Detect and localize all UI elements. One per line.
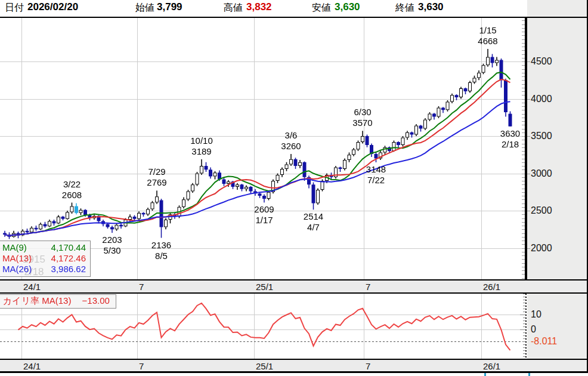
bottom-marker-left (484, 373, 486, 376)
chart-annotation: 6/303570 (342, 107, 383, 128)
ma9-label: MA(9) (2, 242, 27, 253)
ma13-label: MA(13) (2, 253, 32, 264)
deviation-value: −13.00 (82, 295, 110, 306)
time-axis-label: 25/1 (256, 361, 273, 371)
high-value: 3,832 (246, 1, 272, 13)
annotation-date: 7/22 (355, 175, 397, 186)
annotation-value: 3148 (355, 164, 397, 175)
price-axis-tick (527, 174, 530, 174)
annotation-date: 1/15 (467, 25, 509, 36)
time-axis-label: 7 (366, 361, 370, 371)
annotation-date: 4/7 (293, 222, 335, 233)
annotation-value: 3570 (342, 118, 383, 128)
deviation-axis-label: 0 (531, 323, 584, 335)
close-label: 終値 (395, 2, 414, 14)
annotation-date: 5/30 (91, 245, 133, 256)
ma26-label: MA(26) (2, 264, 32, 275)
high-label: 高値 (224, 2, 243, 14)
ma26-legend-row: MA(26) 3,986.62 (2, 264, 86, 275)
time-axis-band-lower: 24/1725/1726/1 (0, 359, 588, 373)
price-axis-label: 4500 (531, 56, 584, 67)
deviation-current-level-label: -8.011 (531, 335, 584, 347)
chart-annotation: 31487/22 (355, 164, 397, 186)
chart-annotation: 21368/5 (141, 240, 182, 261)
chart-annotation: 26091/17 (243, 204, 285, 226)
time-axis-label: 24/1 (23, 361, 41, 371)
chart-annotation: 25144/7 (293, 211, 335, 233)
deviation-axis-label: 10 (531, 309, 584, 320)
time-axis-band-upper: 24/1725/1726/1 (0, 279, 588, 294)
time-axis-label: 7 (139, 361, 144, 371)
annotation-value: 2609 (243, 204, 285, 215)
time-axis-label: 7 (366, 282, 370, 292)
annotation-date: 3/22 (51, 179, 93, 190)
chart-annotation: 10/103189 (181, 135, 222, 157)
low-value: 3,630 (335, 1, 360, 13)
price-axis-tick (527, 248, 530, 249)
annotation-value: 2203 (91, 235, 133, 245)
annotation-date: 10/10 (181, 135, 222, 146)
bottom-marker-right (528, 373, 530, 376)
annotation-value: 2608 (51, 190, 93, 201)
price-axis-tick (527, 99, 530, 100)
price-axis-label: 4000 (531, 93, 584, 105)
price-axis-label: 3000 (531, 168, 584, 180)
price-axis-tick (527, 61, 530, 62)
deviation-label: カイリ率 MA(13) (3, 295, 71, 306)
annotation-date: 6/30 (342, 107, 383, 118)
annotation-value: 3260 (270, 141, 312, 152)
price-axis-label: 2500 (531, 205, 584, 217)
time-axis-label: 25/1 (256, 282, 273, 292)
deviation-legend-box: カイリ率 MA(13) −13.00 (0, 294, 116, 309)
ma9-value: 4,170.44 (51, 242, 86, 253)
annotation-value: 3189 (181, 146, 222, 157)
ma26-value: 3,986.62 (51, 264, 86, 275)
annotation-value: 2514 (293, 211, 335, 222)
open-label: 始値 (135, 2, 154, 14)
annotation-value: 2136 (141, 240, 182, 251)
annotation-value: 3630 (490, 128, 531, 139)
annotation-date: 2/18 (490, 139, 531, 150)
date-label: 日付 (5, 2, 24, 14)
annotation-value: 2769 (136, 177, 178, 188)
ma13-legend-row: MA(13) 4,172.46 (2, 253, 86, 264)
ma13-value: 4,172.46 (51, 253, 86, 264)
time-axis-label: 26/1 (483, 282, 500, 292)
chart-annotation: 36302/18 (490, 128, 531, 150)
stock-chart-app: 日付 2026/02/20 始値 3,799 高値 3,832 安値 3,630… (0, 0, 588, 376)
chart-annotation: 3/63260 (270, 130, 312, 152)
quote-header: 日付 2026/02/20 始値 3,799 高値 3,832 安値 3,630… (0, 0, 588, 18)
annotation-value: 4668 (467, 36, 509, 47)
open-value: 3,799 (157, 1, 182, 13)
price-axis-tick (527, 211, 530, 211)
annotation-date: 1/17 (243, 215, 285, 226)
price-axis-label: 3500 (531, 130, 584, 142)
ma9-legend-row: MA(9) 4,170.44 (2, 242, 86, 253)
chart-annotation: 7/292769 (136, 167, 178, 188)
chart-annotation: 1/154668 (467, 25, 509, 47)
ma-legend-box: MA(9) 4,170.44 MA(13) 4,172.46 MA(26) 3,… (0, 241, 91, 277)
time-axis-label: 26/1 (483, 361, 500, 371)
annotation-date: 8/5 (141, 251, 182, 261)
annotation-date: 7/29 (136, 167, 178, 177)
chart-annotation: 22035/30 (91, 235, 133, 256)
close-value: 3,630 (418, 1, 444, 13)
time-axis-label: 24/1 (23, 282, 41, 292)
price-axis-label: 2000 (531, 242, 584, 254)
quote-date: 2026/02/20 (27, 1, 78, 13)
low-label: 安値 (312, 2, 331, 14)
annotation-date: 3/6 (270, 130, 312, 141)
chart-annotation: 3/222608 (51, 179, 93, 201)
time-axis-label: 7 (139, 282, 144, 292)
